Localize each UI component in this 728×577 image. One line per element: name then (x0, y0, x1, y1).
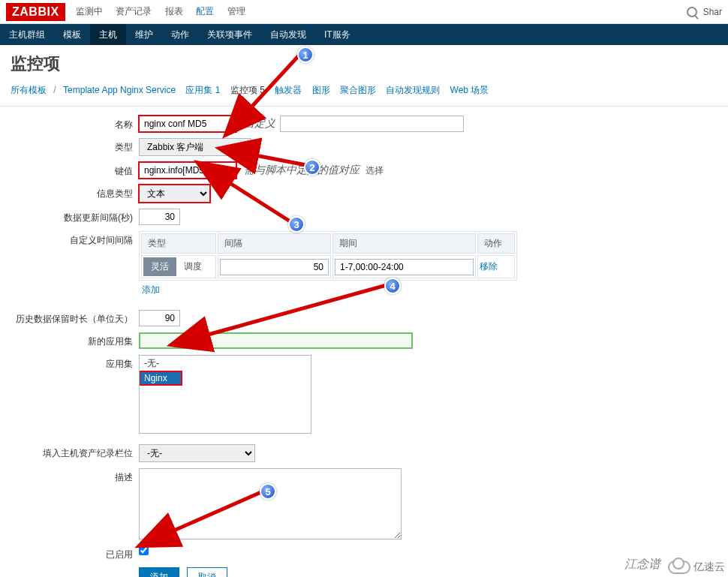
remove-interval-link[interactable]: 移除 (480, 261, 498, 272)
subnav-hostgroups[interactable]: 主机群组 (0, 24, 54, 45)
app-opt-none[interactable]: -无- (140, 356, 311, 371)
page-title: 监控项 (0, 45, 728, 80)
sub-nav: 主机群组 模板 主机 维护 动作 关联项事件 自动发现 IT服务 (0, 24, 728, 45)
label-asset: 填入主机资产纪录栏位 (0, 444, 139, 460)
zabbix-logo: ZABBIX (6, 3, 65, 21)
infotype-select[interactable]: 文本 (139, 185, 210, 203)
th-action: 动作 (477, 233, 515, 254)
watermark-author: 江念谱 (624, 557, 660, 572)
add-interval-link[interactable]: 添加 (142, 284, 160, 296)
callout-4: 4 (384, 278, 401, 294)
cloud-icon (668, 560, 690, 574)
label-update-interval: 数据更新间隔(秒) (0, 209, 139, 224)
key-select-link[interactable]: 选择 (366, 164, 384, 177)
top-bar: ZABBIX 监测中 资产记录 报表 配置 管理 Shar (0, 0, 728, 24)
th-type: 类型 (141, 233, 216, 254)
bc-appsets[interactable]: 应用集 1 (185, 85, 220, 95)
cancel-button[interactable]: 取消 (187, 567, 227, 577)
name-note: 自定义 (244, 117, 275, 131)
subnav-actions[interactable]: 动作 (162, 24, 198, 45)
topnav-admin[interactable]: 管理 (227, 6, 245, 17)
key-note: 需与脚本中定义的值对应 (244, 164, 359, 177)
enabled-checkbox[interactable] (139, 545, 149, 555)
description-textarea[interactable] (139, 468, 402, 539)
app-opt-nginx[interactable]: Nginx (140, 371, 182, 385)
bc-web[interactable]: Web 场景 (450, 85, 489, 95)
interval-table: 类型 间隔 期间 动作 灵活调度 移除 (139, 231, 517, 281)
label-type: 类型 (0, 138, 139, 154)
item-form: 名称 自定义 类型 Zabbix 客户端 键值 需与脚本中定义的值对应 选择 信… (0, 107, 728, 577)
bc-discovery[interactable]: 自动发现规则 (386, 85, 440, 95)
period-input[interactable] (335, 259, 474, 275)
callout-1: 1 (297, 47, 314, 63)
topnav-configuration[interactable]: 配置 (196, 6, 214, 17)
bc-items: 监控项 5 (230, 85, 265, 95)
bc-all-templates[interactable]: 所有模板 (11, 85, 47, 95)
bc-agg-graphs[interactable]: 聚合图形 (340, 85, 376, 95)
label-history: 历史数据保留时长（单位天） (0, 310, 139, 326)
label-key: 键值 (0, 162, 139, 178)
flexible-tab[interactable]: 灵活 (143, 257, 176, 276)
label-custom-interval: 自定义时间间隔 (0, 231, 139, 247)
callout-2: 2 (304, 159, 320, 176)
interval-value-input[interactable] (220, 259, 329, 275)
key-input[interactable] (139, 162, 236, 179)
th-interval: 间隔 (218, 233, 331, 254)
bc-graphs[interactable]: 图形 (312, 85, 330, 95)
name-input[interactable] (139, 116, 236, 132)
subnav-hosts[interactable]: 主机 (90, 24, 126, 45)
share-link[interactable]: Shar (703, 7, 722, 17)
update-interval-input[interactable] (139, 209, 180, 225)
subnav-templates[interactable]: 模板 (54, 24, 90, 45)
breadcrumb: 所有模板 / Template App Nginx Service 应用集 1 … (0, 80, 728, 107)
top-nav: 监测中 资产记录 报表 配置 管理 (65, 5, 246, 18)
callout-3: 3 (288, 216, 305, 233)
subnav-discovery[interactable]: 自动发现 (261, 24, 315, 45)
label-desc: 描述 (0, 468, 139, 484)
label-name: 名称 (0, 116, 139, 131)
subnav-correlation[interactable]: 关联项事件 (198, 24, 261, 45)
scheduled-tab[interactable]: 调度 (176, 257, 209, 276)
topnav-monitoring[interactable]: 监测中 (76, 6, 103, 17)
history-input[interactable] (139, 310, 180, 326)
label-appset: 应用集 (0, 355, 139, 371)
subnav-itservices[interactable]: IT服务 (315, 24, 359, 45)
callout-5: 5 (260, 483, 276, 500)
subnav-maintenance[interactable]: 维护 (126, 24, 162, 45)
appset-listbox[interactable]: -无- Nginx (139, 355, 311, 434)
asset-select[interactable]: -无- (139, 444, 255, 462)
new-app-input[interactable] (139, 332, 413, 349)
topnav-reports[interactable]: 报表 (165, 6, 183, 17)
label-enabled: 已启用 (0, 545, 139, 561)
label-infotype: 信息类型 (0, 185, 139, 200)
bc-template[interactable]: Template App Nginx Service (63, 85, 176, 95)
submit-button[interactable]: 添加 (139, 567, 179, 577)
bc-triggers[interactable]: 触发器 (275, 85, 302, 95)
topnav-inventory[interactable]: 资产记录 (116, 6, 152, 17)
search-icon[interactable] (687, 7, 697, 17)
th-period: 期间 (332, 233, 476, 254)
name-input-ext[interactable] (280, 116, 464, 132)
type-select[interactable]: Zabbix 客户端 (139, 138, 251, 156)
watermark-brand: 亿速云 (668, 560, 725, 574)
label-newapp: 新的应用集 (0, 332, 139, 348)
